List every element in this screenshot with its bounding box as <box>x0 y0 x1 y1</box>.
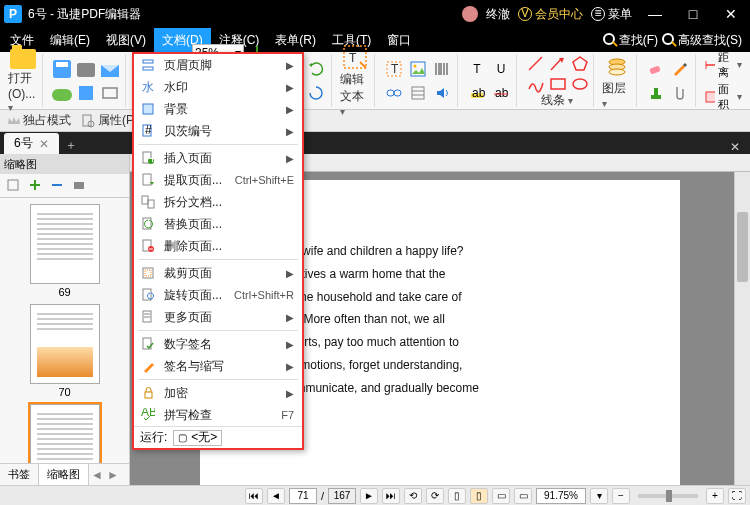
minimize-button[interactable]: ― <box>640 6 670 22</box>
exclusive-mode-button[interactable]: 独占模式 <box>6 112 71 129</box>
nav-back-button[interactable]: ⟲ <box>404 488 422 504</box>
menu-item[interactable]: 签名与缩写▶ <box>134 355 302 377</box>
thumb-zoomin-icon[interactable] <box>28 178 44 194</box>
text-box-icon[interactable]: T <box>383 58 405 80</box>
tabs-right-icon[interactable]: ► <box>105 468 121 482</box>
text-t-icon[interactable]: T <box>466 58 488 80</box>
view-facing-icon[interactable]: ▭ <box>492 488 510 504</box>
menu-item[interactable]: 水水印▶ <box>134 76 302 98</box>
menu-item[interactable]: 旋转页面...Ctrl+Shift+R <box>134 284 302 306</box>
close-button[interactable]: ✕ <box>716 6 746 22</box>
menu-item[interactable]: +插入页面▶ <box>134 147 302 169</box>
menu-item[interactable]: 数字签名▶ <box>134 333 302 355</box>
view-continuous-icon[interactable]: ▯ <box>470 488 488 504</box>
first-page-button[interactable]: ⏮ <box>245 488 263 504</box>
user-avatar[interactable] <box>462 6 478 22</box>
prev-page-button[interactable]: ◄ <box>267 488 285 504</box>
stamp-icon[interactable] <box>645 82 667 104</box>
menu-item[interactable]: ABC拼写检查F7 <box>134 404 302 426</box>
open-icon[interactable] <box>8 49 38 69</box>
tabs-left-icon[interactable]: ◄ <box>89 468 105 482</box>
submenu-arrow-icon: ▶ <box>286 153 294 164</box>
text-u-icon[interactable]: U <box>490 58 512 80</box>
new-tab-button[interactable]: ＋ <box>65 137 77 154</box>
form-icon[interactable] <box>407 82 429 104</box>
thumbnail-list[interactable]: 69 70 71 <box>0 198 129 463</box>
main-menu-button[interactable]: ≡ 菜单 <box>591 6 632 23</box>
rotate-cw-icon[interactable] <box>305 82 327 104</box>
nav-fwd-button[interactable]: ⟳ <box>426 488 444 504</box>
thumbnail-item[interactable]: 69 <box>26 204 104 298</box>
menu-item[interactable]: 替换页面... <box>134 213 302 235</box>
menu-window[interactable]: 窗口 <box>379 28 419 53</box>
zoom-dropdown[interactable]: ▾ <box>590 488 608 504</box>
document-tab[interactable]: 6号 ✕ <box>4 133 59 154</box>
last-page-button[interactable]: ⏭ <box>382 488 400 504</box>
close-all-tabs-button[interactable]: ✕ <box>724 140 746 154</box>
print-icon[interactable] <box>75 58 97 80</box>
save-icon[interactable] <box>51 58 73 80</box>
scan-icon[interactable] <box>99 82 121 104</box>
zoom-minus-button[interactable]: − <box>612 488 630 504</box>
fit-page-button[interactable]: ⛶ <box>728 488 746 504</box>
eraser-icon[interactable] <box>645 58 667 80</box>
menu-item[interactable]: 背景▶ <box>134 98 302 120</box>
strike-icon[interactable]: ab <box>490 82 512 104</box>
menu-view[interactable]: 视图(V) <box>98 28 154 53</box>
menu-item[interactable]: 更多页面▶ <box>134 306 302 328</box>
redo-icon[interactable] <box>305 58 327 80</box>
view-single-icon[interactable]: ▯ <box>448 488 466 504</box>
vertical-scrollbar[interactable] <box>734 172 750 485</box>
tab-close-icon[interactable]: ✕ <box>39 137 49 151</box>
user-name[interactable]: 终澈 <box>486 6 510 23</box>
next-page-button[interactable]: ► <box>360 488 378 504</box>
zoom-display[interactable]: 91.75% <box>536 488 586 504</box>
view-cont-facing-icon[interactable]: ▭ <box>514 488 532 504</box>
run-select[interactable]: ▢ <无> <box>173 430 222 446</box>
attach-icon[interactable] <box>669 82 691 104</box>
svg-rect-67 <box>145 392 152 398</box>
audio-icon[interactable] <box>431 82 453 104</box>
mail-icon[interactable] <box>99 58 121 80</box>
pencil-icon[interactable] <box>669 58 691 80</box>
member-center-button[interactable]: V 会员中心 <box>518 6 583 23</box>
image-icon[interactable] <box>407 58 429 80</box>
distance-button[interactable]: 距离▾ <box>704 50 742 80</box>
link-icon[interactable] <box>383 82 405 104</box>
open-group: 打开(O)... ▾ <box>4 54 43 107</box>
menu-item[interactable]: 页眉页脚▶ <box>134 54 302 76</box>
bookmark-tab[interactable]: 书签 <box>0 464 39 485</box>
status-bar: ⏮ ◄ 71 / 167 ► ⏭ ⟲ ⟳ ▯ ▯ ▭ ▭ 91.75% ▾ − … <box>0 485 750 505</box>
menu-item[interactable]: #贝茨编号▶ <box>134 120 302 142</box>
menu-item[interactable]: 加密▶ <box>134 382 302 404</box>
maximize-button[interactable]: □ <box>678 6 708 22</box>
thumbnail-item[interactable]: 70 <box>26 304 104 398</box>
thumbnail-item-selected[interactable]: 71 <box>26 404 104 463</box>
menu-item[interactable]: 提取页面...Ctrl+Shift+E <box>134 169 302 191</box>
area-button[interactable]: 面积▾ <box>704 82 742 112</box>
thumbnail-tab[interactable]: 缩略图 <box>39 464 89 485</box>
menu-item[interactable]: 删除页面... <box>134 235 302 257</box>
layer-icon[interactable] <box>602 53 632 79</box>
page-input[interactable]: 71 <box>289 488 317 504</box>
thumb-print-icon[interactable] <box>72 178 88 194</box>
barcode-icon[interactable] <box>431 58 453 80</box>
thumb-options-icon[interactable] <box>6 178 22 194</box>
menu-form[interactable]: 表单(R) <box>267 28 324 53</box>
cloud-icon[interactable] <box>51 82 73 104</box>
edit-text-icon[interactable]: T <box>340 44 370 70</box>
menu-edit[interactable]: 编辑(E) <box>42 28 98 53</box>
zoom-slider[interactable] <box>638 494 698 498</box>
zoom-plus-button[interactable]: + <box>706 488 724 504</box>
export-icon[interactable] <box>75 82 97 104</box>
pentagon-icon[interactable] <box>569 53 591 75</box>
menu-item[interactable]: 拆分文档... <box>134 191 302 213</box>
highlight-icon[interactable]: ab <box>466 82 488 104</box>
find-button[interactable]: 查找(F) <box>619 32 658 49</box>
menu-item-label: 背景 <box>164 101 278 118</box>
arrow-icon[interactable] <box>547 53 569 75</box>
menu-item[interactable]: 裁剪页面▶ <box>134 262 302 284</box>
adv-find-button[interactable]: 高级查找(S) <box>678 32 742 49</box>
line-icon[interactable] <box>525 53 547 75</box>
thumb-zoomout-icon[interactable] <box>50 178 66 194</box>
